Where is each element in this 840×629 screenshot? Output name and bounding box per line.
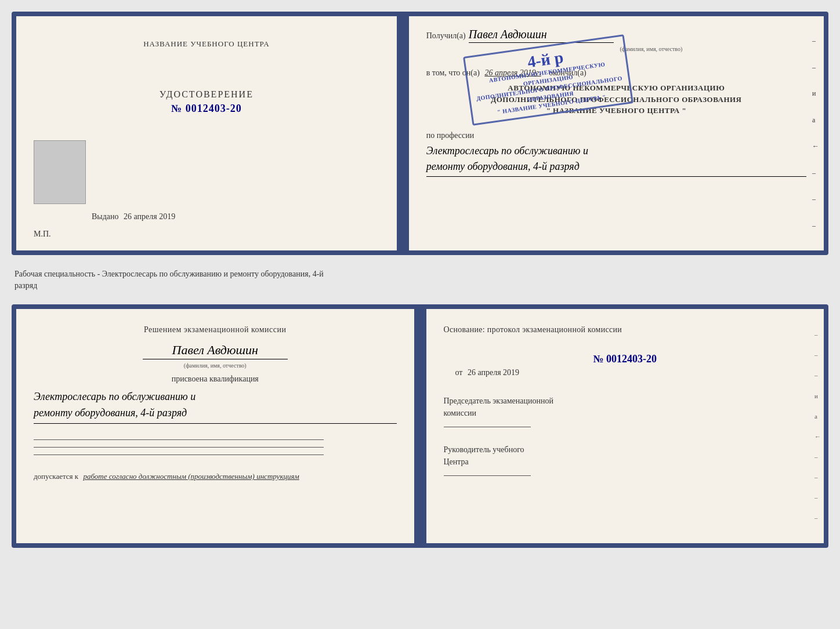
issued-line: Выдано 26 апреля 2019	[92, 212, 175, 221]
head-line1: Руководитель учебного	[444, 445, 524, 454]
chairman-line1: Председатель экзаменационной	[444, 397, 553, 405]
chairman-line2: комиссии	[444, 409, 477, 417]
right-side-marks: – – – и а ← – – – –	[814, 309, 821, 543]
head-sig-line	[444, 475, 531, 476]
head-label: Руководитель учебного Центра	[444, 443, 807, 468]
completion-text-label: в том, что он(а)	[426, 68, 480, 77]
basis-number: № 0012403-20	[444, 353, 807, 365]
middle-text: Рабочая специальность - Электрослесарь п…	[12, 266, 828, 294]
inner-fio-label: (фамилия, имя, отчество)	[34, 362, 397, 369]
org-line2: ДОПОЛНИТЕЛЬНОГО ПРОФЕССИОНАЛЬНОГО ОБРАЗО…	[426, 94, 806, 106]
cert-number: № 0012403-20	[160, 103, 254, 115]
allowed-prefix: допускается к	[34, 472, 78, 481]
basis-date-prefix: от	[455, 368, 463, 377]
top-right-page: Получил(а) Павел Авдюшин – (фамилия, имя…	[409, 16, 824, 250]
top-left-page: НАЗВАНИЕ УЧЕБНОГО ЦЕНТРА УДОСТОВЕРЕНИЕ №…	[16, 16, 399, 250]
allowed-label: допускается к работе согласно должностны…	[34, 471, 397, 482]
qual-line1: Электрослесарь по обслуживанию и	[34, 391, 195, 402]
page-container: НАЗВАНИЕ УЧЕБНОГО ЦЕНТРА УДОСТОВЕРЕНИЕ №…	[12, 12, 828, 548]
completion-date: 26 апреля 2019г.	[484, 68, 541, 77]
received-dash: –	[617, 31, 621, 41]
signature-lines	[34, 432, 397, 462]
org-line3: " НАЗВАНИЕ УЧЕБНОГО ЦЕНТРА "	[426, 105, 806, 117]
top-left-title: НАЗВАНИЕ УЧЕБНОГО ЦЕНТРА	[143, 39, 269, 49]
mp-label: М.П.	[34, 230, 51, 239]
received-line: Получил(а) Павел Авдюшин –	[426, 28, 806, 43]
chairman-label: Председатель экзаменационной комиссии	[444, 395, 807, 419]
inner-spine	[416, 309, 426, 543]
basis-date-line: от 26 апреля 2019	[444, 368, 807, 377]
received-name: Павел Авдюшин	[469, 28, 614, 43]
side-marks-right: – – и а ← – – –	[812, 16, 819, 250]
qualification-value: Электрослесарь по обслуживанию и ремонту…	[34, 388, 397, 424]
finished-label: окончил(а)	[549, 68, 586, 77]
sig-line-1	[34, 439, 324, 440]
allowed-text: работе согласно должностным (производств…	[83, 472, 299, 481]
received-label: Получил(а)	[426, 31, 466, 41]
profession-line1: Электрослесарь по обслуживанию и	[426, 145, 588, 157]
basis-date: 26 апреля 2019	[468, 368, 519, 377]
top-fio-label: (фамилия, имя, отчество)	[496, 46, 806, 52]
middle-text-line2: разряд	[15, 280, 825, 292]
profession-line2: ремонту оборудования, 4-й разряд	[426, 161, 580, 172]
sig-line-2	[34, 447, 324, 448]
completion-text: в том, что он(а) 26 апреля 2019г. окончи…	[426, 67, 806, 79]
bottom-booklet: Решением экзаменационной комиссии Павел …	[12, 304, 828, 548]
chairman-sig-line	[444, 427, 531, 427]
middle-text-line1: Рабочая специальность - Электрослесарь п…	[15, 268, 825, 280]
issued-prefix: Выдано	[92, 212, 119, 221]
commission-decision: Решением экзаменационной комиссии	[34, 323, 397, 336]
basis-label: Основание: протокол экзаменационной коми…	[444, 323, 807, 336]
inner-person-name: Павел Авдюшин	[143, 343, 288, 359]
certificate-section: УДОСТОВЕРЕНИЕ № 0012403-20	[160, 89, 254, 115]
org-block: АВТОНОМНУЮ НЕКОММЕРЧЕСКУЮ ОРГАНИЗАЦИЮ ДО…	[426, 82, 806, 117]
issued-date: 26 апреля 2019	[124, 212, 175, 221]
profession-value: Электрослесарь по обслуживанию и ремонту…	[426, 143, 806, 177]
top-booklet: НАЗВАНИЕ УЧЕБНОГО ЦЕНТРА УДОСТОВЕРЕНИЕ №…	[12, 12, 828, 255]
inner-right-page: Основание: протокол экзаменационной коми…	[426, 309, 824, 543]
photo-placeholder	[34, 140, 86, 204]
sig-line-3	[34, 455, 324, 455]
head-line2: Центра	[444, 457, 469, 466]
qualification-label: присвоена квалификация	[34, 375, 397, 384]
org-line1: АВТОНОМНУЮ НЕКОММЕРЧЕСКУЮ ОРГАНИЗАЦИЮ	[426, 82, 806, 94]
cert-label: УДОСТОВЕРЕНИЕ	[160, 89, 254, 100]
profession-label: по профессии	[426, 131, 806, 140]
top-spine	[399, 16, 409, 250]
inner-left-page: Решением экзаменационной комиссии Павел …	[16, 309, 416, 543]
qual-line2: ремонту оборудования, 4-й разряд	[34, 407, 187, 419]
